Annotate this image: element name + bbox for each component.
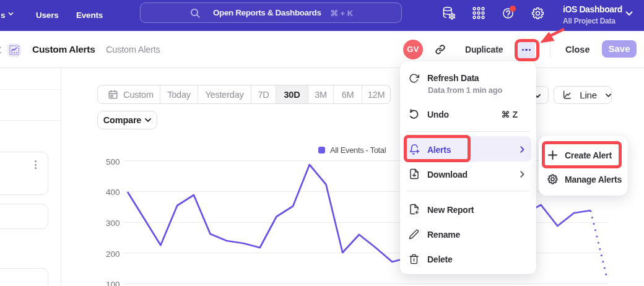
svg-text:100: 100 (106, 280, 120, 286)
svg-text:200: 200 (106, 249, 120, 259)
svg-text:500: 500 (106, 157, 120, 167)
svg-text:400: 400 (106, 188, 120, 197)
svg-text:300: 300 (106, 219, 120, 228)
svg-text:All Events - Total: All Events - Total (330, 145, 386, 155)
